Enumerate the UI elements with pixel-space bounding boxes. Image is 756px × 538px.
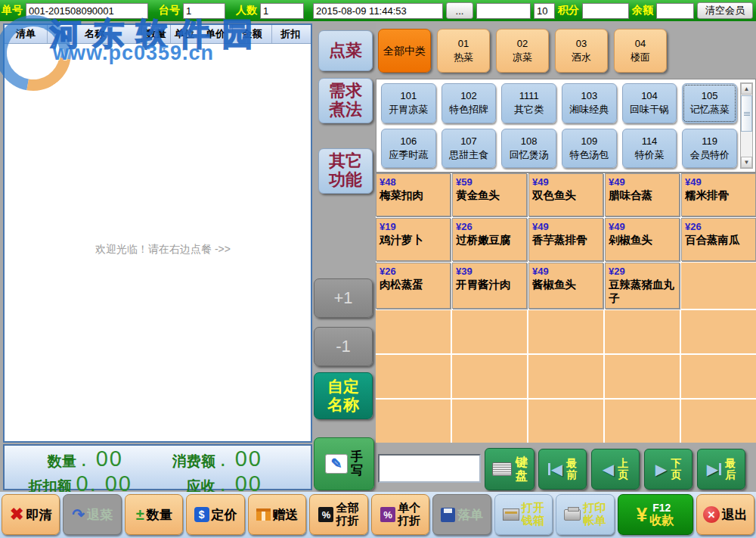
custom-name-button[interactable]: 自定 名称 (314, 372, 373, 419)
dish-cell-empty[interactable] (528, 310, 603, 353)
percent-purple-icon: % (380, 507, 395, 522)
dish-cell[interactable]: ¥19 鸡汁萝卜 (376, 218, 451, 261)
discount-all-button[interactable]: % 全部打折 (309, 494, 367, 535)
dish-cell[interactable]: ¥39 开胃酱汁肉 (452, 263, 527, 308)
checkout-button[interactable]: ¥ F12 收款 (618, 494, 693, 535)
subcategory-106[interactable]: 106应季时蔬 (381, 129, 436, 169)
first-page-button[interactable]: ◀ 最前 (538, 449, 587, 490)
qty-total-label: 数量 (48, 452, 76, 471)
subcategory-114[interactable]: 114特价菜 (622, 129, 677, 169)
category-drinks[interactable]: 03 酒水 (555, 29, 608, 73)
dish-cell[interactable]: ¥26 百合蒸南瓜 (681, 218, 756, 261)
pagination-bar: ◀ 最前 ◀ 上页 ▶ 下页 ▶ 最后 (538, 449, 745, 490)
other-functions-button[interactable]: 其它 功能 (318, 148, 373, 194)
member-field[interactable] (476, 3, 531, 19)
dish-cell-empty[interactable] (605, 400, 680, 443)
dish-cell-empty[interactable] (452, 400, 527, 443)
dish-search-input[interactable] (378, 454, 481, 483)
clear-member-button[interactable]: 清空会员 (697, 2, 753, 19)
print-bill-label: 打印帐单 (583, 502, 606, 527)
prev-page-button[interactable]: ◀ 上页 (591, 449, 640, 490)
dish-cell[interactable]: ¥29 豆辣蒸猪血丸子 (605, 263, 680, 308)
order-no-field[interactable] (26, 3, 148, 19)
category-all[interactable]: 全部中类 (378, 29, 431, 73)
clear-now-button[interactable]: ✖ 即清 (2, 494, 60, 535)
return-dish-button[interactable]: ↷ 退菜 (63, 494, 121, 535)
dish-cell[interactable]: ¥49 糯米排骨 (681, 173, 756, 216)
set-price-button[interactable]: $ 定价 (186, 494, 244, 535)
dish-cell[interactable]: ¥49 剁椒鱼头 (605, 218, 680, 261)
dish-cell-empty[interactable] (376, 310, 451, 353)
exit-button[interactable]: ✕ 退出 (696, 494, 754, 535)
scrollbar-thumb[interactable] (741, 95, 752, 132)
balance-field[interactable] (656, 3, 694, 19)
dish-cell-empty[interactable] (376, 400, 451, 443)
category-hot-dishes[interactable]: 01 热菜 (437, 29, 490, 73)
subcategory-1111[interactable]: 1111其它类 (501, 83, 556, 123)
quantity-button[interactable]: ± 数量 (125, 494, 183, 535)
handwriting-button[interactable]: ✎ 手写 (314, 437, 374, 490)
give-away-label: 赠送 (273, 506, 299, 524)
scroll-down-icon[interactable]: ▼ (741, 157, 752, 168)
dish-cell-empty[interactable] (376, 355, 451, 398)
plus-one-button[interactable]: +1 (314, 278, 373, 318)
dish-cell[interactable]: ¥26 过桥嫩豆腐 (452, 218, 527, 261)
subcategory-107[interactable]: 107思甜主食 (442, 129, 497, 169)
dish-cell-empty[interactable] (681, 400, 756, 443)
rate-field[interactable] (534, 3, 555, 19)
subcategory-scrollbar[interactable]: ▲ ▼ (740, 82, 753, 169)
subcategory-119[interactable]: 119会员特价 (682, 129, 737, 169)
table-no-field[interactable] (183, 3, 225, 19)
dish-cell[interactable]: ¥49 双色鱼头 (528, 173, 603, 216)
datetime-field[interactable] (313, 3, 443, 19)
keyboard-button[interactable]: 键盘 (485, 448, 534, 490)
dish-cell[interactable]: ¥49 酱椒鱼头 (528, 263, 603, 308)
consume-total-label: 消费额 (172, 452, 215, 471)
give-away-button[interactable]: 赠送 (248, 494, 306, 535)
dish-cell[interactable]: ¥49 香芋蒸排骨 (528, 218, 603, 261)
subcategory-108[interactable]: 108回忆煲汤 (501, 129, 556, 169)
col-unit: 单位 (171, 25, 199, 43)
open-drawer-label: 打开钱箱 (522, 502, 544, 527)
subcategory-104[interactable]: 104回味干锅 (622, 83, 677, 123)
minus-one-button[interactable]: -1 (314, 327, 373, 366)
dish-name: 百合蒸南瓜 (685, 233, 752, 247)
dish-cell-empty[interactable] (681, 310, 756, 353)
subcategory-101[interactable]: 101开胃凉菜 (381, 83, 436, 123)
dish-cell-empty[interactable] (681, 263, 756, 308)
percent-dark-icon: % (318, 507, 333, 522)
discount-single-button[interactable]: % 单个打折 (371, 494, 429, 535)
dish-cell-empty[interactable] (681, 355, 756, 398)
col-discount: 折扣 (272, 25, 308, 43)
dish-cell[interactable]: ¥48 梅菜扣肉 (376, 173, 451, 216)
people-count-field[interactable] (260, 3, 304, 19)
category-floor[interactable]: 04 楼面 (614, 29, 667, 73)
subcategory-109[interactable]: 109特色汤包 (562, 129, 617, 169)
subcategory-102[interactable]: 102特色招牌 (442, 83, 497, 123)
scroll-up-icon[interactable]: ▲ (741, 83, 752, 95)
dish-price: ¥48 (380, 176, 447, 188)
dish-cell-empty[interactable] (528, 355, 603, 398)
place-order-button[interactable]: 落单 (432, 494, 491, 535)
open-drawer-button[interactable]: 打开钱箱 (494, 494, 553, 535)
next-page-button[interactable]: ▶ 下页 (644, 449, 692, 490)
dish-cell[interactable]: ¥49 腊味合蒸 (605, 173, 680, 216)
subcategory-105[interactable]: 105记忆蒸菜 (682, 83, 737, 123)
print-bill-button[interactable]: 打印帐单 (556, 494, 614, 535)
order-dishes-button[interactable]: 点菜 (318, 30, 373, 71)
dish-cell[interactable]: ¥26 肉松蒸蛋 (376, 263, 451, 308)
dish-name: 过桥嫩豆腐 (456, 233, 523, 247)
dish-cell-empty[interactable] (605, 355, 680, 398)
last-page-button[interactable]: ▶ 最后 (697, 449, 745, 490)
cooking-demand-button[interactable]: 需求 煮法 (318, 78, 373, 123)
dish-cell[interactable]: ¥59 黄金鱼头 (452, 173, 527, 216)
points-field[interactable] (582, 3, 629, 19)
category-cold-dishes[interactable]: 02 凉菜 (496, 29, 549, 73)
clear-now-label: 即清 (26, 506, 51, 524)
subcategory-103[interactable]: 103湘味经典 (562, 83, 617, 123)
dish-cell-empty[interactable] (452, 355, 527, 398)
dish-cell-empty[interactable] (605, 310, 680, 353)
dish-cell-empty[interactable] (528, 400, 603, 443)
dish-cell-empty[interactable] (452, 310, 527, 353)
more-button[interactable]: ... (446, 2, 473, 19)
